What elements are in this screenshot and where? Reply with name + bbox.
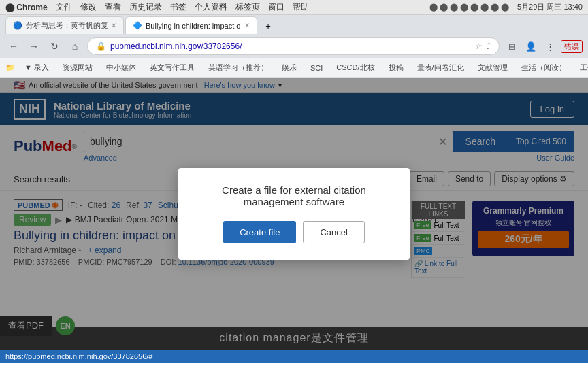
bookmark-refs[interactable]: 文献管理 [474, 61, 512, 74]
new-tab-button[interactable]: + [259, 18, 278, 34]
share-icon[interactable]: ⤴ [487, 41, 491, 51]
url-text: pubmed.ncbi.nlm.nih.gov/33782656/ [110, 41, 471, 51]
tab-1-icon: 🔵 [13, 21, 22, 30]
bookmark-work[interactable]: 工作 [576, 61, 588, 74]
tab-2-close[interactable]: ✕ [244, 22, 250, 29]
back-button[interactable]: ← [5, 38, 22, 54]
bookmark-media[interactable]: 中小媒体 [102, 61, 140, 74]
bookmark-cscd[interactable]: CSCD/北核 [332, 61, 378, 74]
bookmark-writing[interactable]: 英文写作工具 [146, 61, 199, 74]
tab-2-icon: 🔷 [133, 21, 142, 30]
profile-icon[interactable]: 👤 [523, 38, 539, 54]
bookmark-resources[interactable]: 资源网站 [59, 61, 97, 74]
error-label: 错误 [561, 40, 583, 53]
modal-overlay: Create a file for external citation mana… [0, 78, 588, 350]
modal-title: Create a file for external citation mana… [199, 184, 389, 207]
bookmark-input[interactable]: ▼ 录入 [20, 61, 53, 74]
menu-history[interactable]: 历史记录 [129, 1, 162, 13]
menu-window[interactable]: 窗口 [268, 1, 284, 13]
bookmark-entertainment[interactable]: 娱乐 [278, 61, 301, 74]
bookmark-submit[interactable]: 投稿 [385, 61, 408, 74]
forward-button[interactable]: → [26, 38, 42, 54]
os-chrome-icon: ⬤ Chrome [5, 3, 48, 12]
home-button[interactable]: ⌂ [67, 38, 83, 54]
tab-2[interactable]: 🔷 Bullying in children: impact o... ✕ [125, 16, 257, 34]
bookmark-english[interactable]: 英语学习（推荐） [204, 61, 272, 74]
citation-modal: Create a file for external citation mana… [178, 168, 410, 260]
bookmark-life[interactable]: 生活（阅读） [517, 61, 570, 74]
bookmark-manage-icon: 📁 [5, 63, 15, 72]
tab-1-label: 分析与思考：黄奇帆的复旦经... [26, 20, 108, 31]
create-file-button[interactable]: Create file [223, 221, 296, 243]
menu-help[interactable]: 帮助 [293, 1, 309, 13]
bookmark-scale[interactable]: 量表/问卷汇化 [413, 61, 468, 74]
tab-1-close[interactable]: ✕ [111, 22, 116, 29]
url-bar[interactable]: 🔒 pubmed.ncbi.nlm.nih.gov/33782656/ ☆ ⤴ [87, 37, 500, 55]
menu-tabs[interactable]: 标签页 [235, 1, 260, 13]
menu-dots-icon[interactable]: ⋮ [542, 38, 558, 54]
menu-edit[interactable]: 修改 [80, 1, 97, 13]
bookmark-sci[interactable]: SCI [306, 63, 327, 73]
extensions-icon[interactable]: ⊞ [504, 38, 520, 54]
menu-view[interactable]: 查看 [105, 1, 121, 13]
cancel-modal-button[interactable]: Cancel [303, 221, 364, 243]
menu-file[interactable]: 文件 [56, 1, 72, 13]
tab-2-label: Bullying in children: impact o... [146, 22, 241, 30]
reload-button[interactable]: ↻ [46, 38, 63, 54]
status-url: https://pubmed.ncbi.nlm.nih.gov/33782656… [5, 352, 152, 360]
tab-1[interactable]: 🔵 分析与思考：黄奇帆的复旦经... ✕ [5, 16, 124, 34]
system-time: 5月29日 周三 13:40 [517, 2, 583, 12]
secure-icon: 🔒 [96, 41, 106, 51]
system-icons: ⬤ ⬤ ⬤ ⬤ ⬤ ⬤ ⬤ ⬤ [429, 3, 509, 12]
menu-profile[interactable]: 个人资料 [195, 1, 227, 13]
menu-bookmarks[interactable]: 书签 [170, 1, 186, 13]
bookmark-star-icon[interactable]: ☆ [475, 41, 483, 51]
